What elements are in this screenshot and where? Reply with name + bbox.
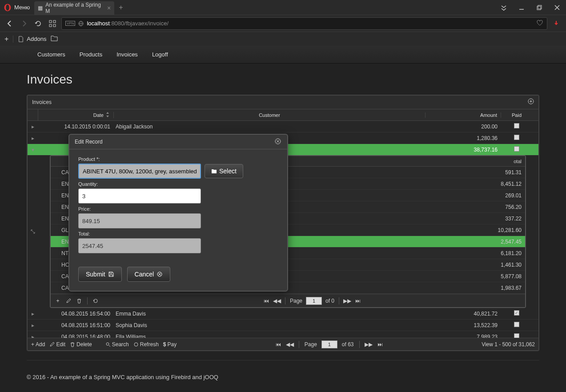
expand-icon[interactable]: ▸ (28, 334, 38, 338)
cell-date: 04.08.2015 16:51:00 (38, 322, 114, 328)
footer-search-button[interactable]: Search (105, 341, 129, 348)
menu-button[interactable]: Меню (12, 4, 34, 11)
grid-footer: +Add Edit Delete Search Refresh $Pay ⏮ ◀… (28, 338, 538, 350)
downloads-icon[interactable] (551, 18, 562, 29)
grid-add-icon[interactable] (528, 98, 534, 106)
footer-edit-button[interactable]: Edit (49, 341, 65, 348)
table-row[interactable]: ▸ 04.08.2015 16:48:00 Ella Williams 7,98… (28, 331, 538, 338)
submit-button[interactable]: Submit (78, 267, 122, 282)
dialog-header[interactable]: Edit Record (69, 135, 287, 149)
minimize-icon[interactable] (513, 0, 530, 15)
checkbox-icon[interactable] (514, 123, 519, 128)
cell-total: 591.31 (490, 169, 525, 176)
cell-customer: Sophia Davis (114, 322, 426, 328)
subgrid-pager: + ⏮ ◀◀ Page of 0 (51, 294, 525, 307)
next-page-icon[interactable]: ▶▶ (344, 297, 351, 304)
collapse-icon[interactable]: ▾ (28, 147, 38, 153)
dialog-title: Edit Record (75, 139, 103, 145)
product-field[interactable] (78, 164, 201, 179)
vpn-badge[interactable]: VPN (65, 21, 75, 26)
forward-icon[interactable] (19, 18, 29, 29)
window-close-icon[interactable] (548, 0, 566, 15)
footer-delete-button[interactable]: Delete (70, 341, 92, 348)
cell-total: 756.20 (490, 204, 525, 210)
prev-page-icon[interactable]: ◀◀ (286, 341, 293, 348)
cell-amount: 200.00 (426, 124, 501, 130)
col-total[interactable]: otal (490, 159, 525, 164)
footer-add-button[interactable]: +Add (31, 341, 45, 348)
checkbox-icon[interactable] (514, 146, 519, 152)
maximize-icon[interactable] (530, 0, 548, 15)
checkbox-icon[interactable] (514, 135, 519, 140)
heart-icon[interactable] (536, 19, 543, 28)
table-row[interactable]: ▸ 04.08.2015 16:51:00 Sophia Davis 13,52… (28, 320, 538, 331)
add-icon[interactable]: + (54, 297, 61, 304)
separator (13, 36, 13, 43)
footer-pay-button[interactable]: $Pay (163, 341, 177, 348)
edit-icon[interactable] (65, 297, 72, 304)
close-icon[interactable]: × (107, 4, 111, 12)
svg-rect-7 (49, 24, 52, 27)
cell-total: 10,281.60 (490, 227, 525, 233)
page-input[interactable] (306, 297, 322, 305)
nav-invoices[interactable]: Invoices (109, 47, 145, 62)
cell-amount: 40,821.72 (426, 311, 501, 317)
cancel-button[interactable]: Cancel (127, 267, 171, 282)
back-icon[interactable] (4, 18, 15, 29)
quantity-field[interactable] (78, 188, 201, 204)
select-button[interactable]: Select (205, 164, 243, 178)
expand-icon[interactable]: ▸ (28, 124, 38, 130)
collapse-handle-icon[interactable] (30, 228, 36, 236)
table-row[interactable]: ▸ 14.10.2015 0:00:01 Abigail Jackson 200… (28, 121, 538, 132)
add-bookmark-icon[interactable]: + (4, 35, 8, 43)
expand-icon[interactable]: ▸ (28, 135, 38, 141)
first-page-icon[interactable]: ⏮ (263, 297, 270, 304)
next-page-icon[interactable]: ▶▶ (365, 341, 372, 348)
grid-title: Invoices (32, 99, 52, 105)
page-input[interactable] (321, 340, 337, 348)
col-paid[interactable]: Paid (501, 112, 532, 118)
browser-title-bar: Меню ▦ An example of a Spring M × + (0, 0, 566, 15)
bookmarks-bar: + Addons (0, 32, 566, 46)
globe-icon (78, 20, 84, 27)
grid-header-row: Date Customer Amount Paid (28, 109, 538, 121)
url-bar[interactable]: VPN localhost:8080/fbjavaex/invoice/ (61, 17, 547, 30)
product-label: Product *: (78, 156, 278, 162)
reload-icon[interactable] (33, 18, 44, 29)
address-bar: VPN localhost:8080/fbjavaex/invoice/ (0, 15, 566, 32)
speed-dial-icon[interactable] (47, 18, 58, 29)
expand-icon[interactable]: ▸ (28, 311, 38, 317)
browser-tab[interactable]: ▦ An example of a Spring M × (34, 1, 114, 15)
opera-logo-icon (4, 4, 12, 12)
cell-amount: 1,280.36 (426, 135, 501, 141)
delete-icon[interactable] (76, 297, 83, 304)
sidebar-toggle-icon[interactable] (495, 0, 513, 15)
checkbox-icon[interactable] (514, 333, 519, 338)
close-icon[interactable] (275, 138, 282, 145)
footer-refresh-button[interactable]: Refresh (133, 341, 159, 348)
refresh-icon[interactable] (92, 297, 99, 304)
bookmark-addons[interactable]: Addons (18, 36, 46, 42)
checkbox-icon[interactable] (514, 322, 519, 327)
svg-rect-8 (53, 24, 56, 27)
col-date[interactable]: Date (38, 112, 114, 118)
quantity-label: Quantity: (78, 181, 278, 187)
checkbox-icon[interactable] (514, 310, 519, 316)
first-page-icon[interactable]: ⏮ (275, 341, 282, 348)
nav-products[interactable]: Products (72, 47, 109, 62)
col-amount[interactable]: Amount (426, 112, 501, 118)
cell-customer: Emma Davis (114, 311, 426, 317)
page-label: Page (290, 298, 302, 304)
bookmark-folder-icon[interactable] (51, 35, 58, 43)
expand-icon[interactable]: ▸ (28, 322, 38, 328)
new-tab-button[interactable]: + (114, 4, 127, 12)
last-page-icon[interactable]: ⏭ (377, 341, 384, 348)
last-page-icon[interactable]: ⏭ (354, 297, 361, 304)
nav-logoff[interactable]: Logoff (145, 47, 175, 62)
cancel-icon (157, 271, 163, 277)
prev-page-icon[interactable]: ◀◀ (273, 297, 281, 304)
table-row[interactable]: ▸ 04.08.2015 16:54:00 Emma Davis 40,821.… (28, 308, 538, 320)
nav-customers[interactable]: Customers (30, 47, 72, 62)
col-customer[interactable]: Customer (114, 112, 426, 118)
cell-amount: 38,737.16 (426, 147, 501, 153)
